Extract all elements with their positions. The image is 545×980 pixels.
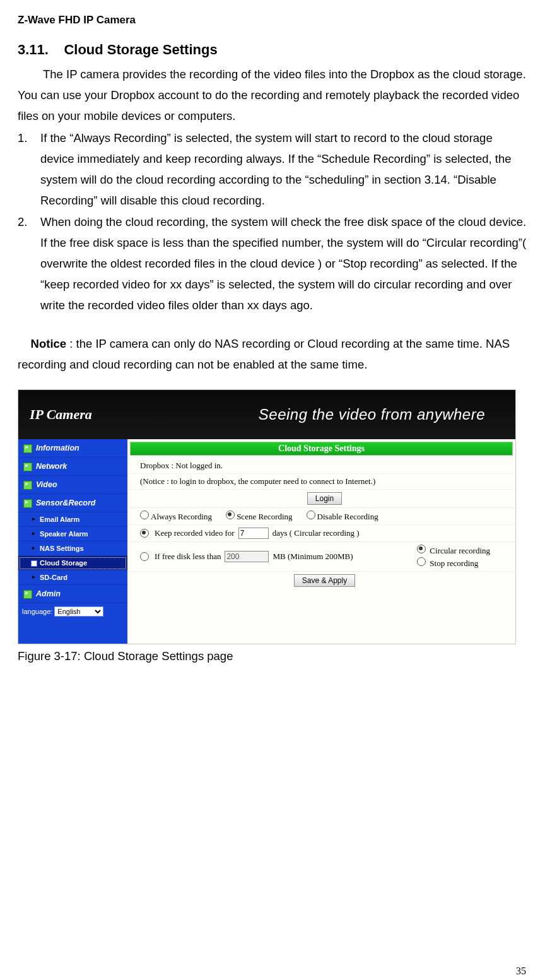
- sidebar-item-information[interactable]: Information: [18, 439, 127, 458]
- sidebar-item-admin[interactable]: Admin: [18, 585, 127, 603]
- recording-mode-row: Always Recording Scene Recording Disable…: [127, 508, 515, 525]
- sidebar-item-label: Information: [36, 444, 79, 452]
- app-logo: IP Camera: [30, 406, 92, 423]
- sidebar-item-label: Admin: [36, 589, 61, 598]
- label-circular: Circular recording: [430, 546, 490, 555]
- dropbox-status-row: Dropbox : Not logged in.: [127, 458, 515, 474]
- save-row: Save & Apply: [127, 572, 515, 644]
- login-row: Login: [127, 490, 515, 508]
- sidebar: Information Network Video Sensor&Record …: [18, 439, 127, 644]
- radio-stop[interactable]: [417, 557, 426, 566]
- free-disk-row: If free disk less than MB (Minimum 200MB…: [127, 542, 515, 572]
- sidebar-item-label: Sensor&Record: [36, 499, 95, 507]
- list-text: If the “Always Recording” is selected, t…: [40, 131, 512, 207]
- expand-icon: [23, 481, 32, 490]
- radio-always[interactable]: [140, 511, 149, 519]
- label-stop: Stop recording: [430, 558, 478, 568]
- dropbox-status: Dropbox : Not logged in.: [140, 461, 223, 471]
- language-label: language:: [22, 608, 52, 615]
- intro-paragraph: The IP camera provides the recording of …: [18, 64, 527, 127]
- notice-label: Notice: [31, 337, 67, 350]
- radio-scene[interactable]: [226, 511, 235, 519]
- sidebar-item-label: Network: [36, 462, 67, 471]
- main-panel: Cloud Storage Settings Dropbox : Not log…: [127, 439, 515, 644]
- section-title-text: Cloud Storage Settings: [64, 42, 217, 57]
- dropbox-notice-row: (Notice : to login to dropbox, the compu…: [127, 474, 515, 490]
- sidebar-item-sensor-record[interactable]: Sensor&Record: [18, 494, 127, 512]
- sidebar-item-video[interactable]: Video: [18, 476, 127, 494]
- sidebar-sub-cloud-storage[interactable]: Cloud Storage: [18, 556, 127, 570]
- section-heading: 3.11. Cloud Storage Settings: [18, 42, 527, 58]
- radio-disable[interactable]: [307, 511, 315, 519]
- notice-text: : the IP camera can only do NAS recordin…: [18, 337, 510, 371]
- expand-icon: [23, 499, 32, 508]
- login-button[interactable]: Login: [307, 492, 342, 505]
- radio-free-disk[interactable]: [140, 552, 149, 561]
- sidebar-sub-speaker-alarm[interactable]: Speaker Alarm: [18, 527, 127, 541]
- list-number: 1.: [18, 128, 27, 149]
- expand-icon: [23, 590, 32, 599]
- figure-caption: Figure 3-17: Cloud Storage Settings page: [18, 649, 527, 663]
- panel-title: Cloud Storage Settings: [130, 442, 513, 456]
- label-always: Always Recording: [151, 512, 212, 521]
- expand-icon: [23, 444, 32, 453]
- list-text: When doing the cloud recording, the syst…: [40, 215, 526, 312]
- label-scene: Scene Recording: [237, 512, 292, 521]
- app-header: IP Camera Seeing the video from anywhere: [18, 390, 515, 439]
- notice-paragraph: Notice : the IP camera can only do NAS r…: [18, 334, 527, 375]
- keep-days-row: Keep recorded video for days ( Circular …: [127, 525, 515, 542]
- label-disable: Disable Recording: [317, 512, 378, 521]
- dropbox-notice: (Notice : to login to dropbox, the compu…: [140, 476, 375, 487]
- list-item-2: 2. When doing the cloud recording, the s…: [18, 212, 527, 316]
- sidebar-sub-sd-card[interactable]: SD-Card: [18, 570, 127, 585]
- document-header: Z-Wave FHD IP Camera: [18, 14, 527, 27]
- app-screenshot: IP Camera Seeing the video from anywhere…: [18, 389, 516, 644]
- section-number: 3.11.: [18, 42, 49, 57]
- keep-days-input[interactable]: [238, 528, 269, 539]
- list-item-1: 1. If the “Always Recording” is selected…: [18, 128, 527, 211]
- page-number: 35: [516, 965, 526, 977]
- sidebar-sub-nas-settings[interactable]: NAS Settings: [18, 541, 127, 556]
- radio-circular[interactable]: [417, 545, 426, 553]
- keep-label-post: days ( Circular recording ): [272, 528, 360, 538]
- expand-icon: [23, 463, 32, 471]
- language-select[interactable]: English: [54, 606, 103, 617]
- keep-label-pre: Keep recorded video for: [155, 528, 235, 538]
- radio-keep-days[interactable]: [140, 529, 149, 538]
- sidebar-sub-email-alarm[interactable]: Email Alarm: [18, 512, 127, 527]
- list-number: 2.: [18, 212, 27, 233]
- save-apply-button[interactable]: Save & Apply: [294, 574, 355, 587]
- freedisk-pre: If free disk less than: [155, 552, 221, 562]
- app-tagline: Seeing the video from anywhere: [259, 406, 485, 423]
- sidebar-item-label: Video: [36, 480, 57, 489]
- sidebar-item-network[interactable]: Network: [18, 458, 127, 476]
- free-disk-input[interactable]: [225, 551, 269, 562]
- freedisk-post: MB (Minimum 200MB): [272, 552, 353, 562]
- language-row: language: English: [18, 603, 127, 620]
